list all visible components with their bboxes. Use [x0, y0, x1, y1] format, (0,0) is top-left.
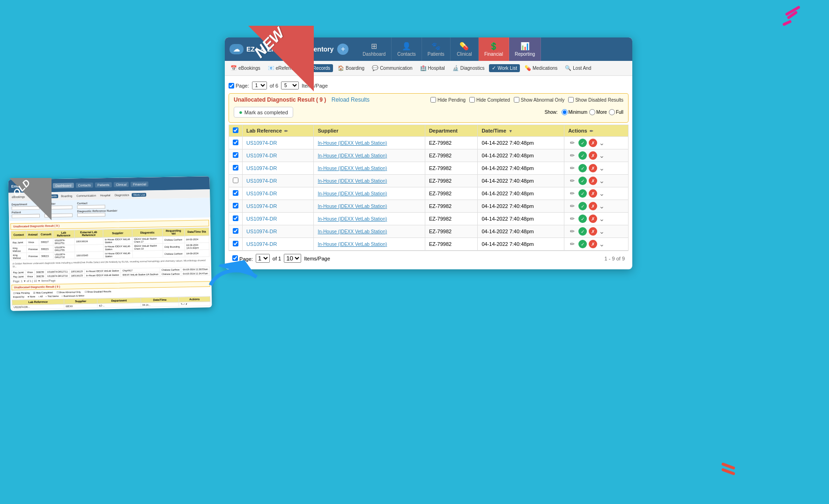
row-checkbox-6[interactable] — [233, 203, 238, 208]
approve-icon-1[interactable]: ✓ — [578, 139, 587, 147]
expand-icon-5[interactable]: ⌄ — [599, 190, 605, 197]
lab-ref-link-9[interactable]: US10974-DR — [246, 241, 277, 247]
hide-pending-checkbox[interactable] — [430, 97, 436, 103]
edit-icon-4[interactable]: ✏ — [568, 177, 577, 185]
approve-icon-3[interactable]: ✓ — [578, 164, 587, 172]
show-disabled-label[interactable]: Show Disabled Results — [568, 97, 623, 103]
select-all-checkbox[interactable] — [233, 127, 238, 133]
approve-icon-9[interactable]: ✓ — [578, 240, 587, 248]
lab-ref-link-5[interactable]: US10974-DR — [246, 191, 277, 196]
edit-icon-2[interactable]: ✏ — [568, 151, 577, 160]
show-abnormal-checkbox[interactable] — [514, 97, 519, 103]
lab-ref-link-2[interactable]: US10974-DR — [246, 153, 277, 158]
nav-tab-contacts[interactable]: 👤 Contacts — [392, 37, 422, 61]
sec-nav-medications[interactable]: 💊 Medications — [522, 64, 560, 72]
sec-nav-boarding[interactable]: 🏠 Boarding — [335, 64, 367, 72]
reload-results-btn[interactable]: Reload Results — [332, 96, 370, 103]
nav-tab-financial[interactable]: 💲 Financial — [479, 37, 509, 61]
nav-tab-clinical[interactable]: 💊 Clinical — [451, 37, 479, 61]
show-more-radio[interactable] — [589, 109, 595, 115]
approve-icon-4[interactable]: ✓ — [578, 177, 587, 185]
col-header-department[interactable]: Department — [425, 125, 478, 137]
expand-icon-8[interactable]: ⌄ — [599, 228, 605, 235]
col-header-lab-reference[interactable]: Lab Reference ✏ — [243, 125, 314, 137]
edit-icon-9[interactable]: ✏ — [568, 240, 577, 248]
edit-icon-1[interactable]: ✏ — [568, 139, 577, 147]
show-disabled-checkbox[interactable] — [568, 97, 574, 103]
page-select-all[interactable] — [229, 83, 234, 89]
reject-icon-3[interactable]: ✗ — [589, 164, 597, 172]
row-checkbox-8[interactable] — [233, 228, 238, 234]
hide-completed-label[interactable]: Hide Completed — [469, 97, 510, 103]
edit-icon-5[interactable]: ✏ — [568, 189, 577, 198]
show-more-label[interactable]: More — [589, 109, 607, 115]
approve-icon-8[interactable]: ✓ — [578, 227, 587, 236]
sec-nav-diagnostics[interactable]: 🔬 Diagnostics — [450, 64, 488, 72]
expand-icon-1[interactable]: ⌄ — [599, 139, 605, 147]
row-checkbox-4[interactable] — [233, 178, 238, 183]
reject-icon-8[interactable]: ✗ — [589, 227, 597, 236]
lab-ref-link-3[interactable]: US10974-DR — [246, 165, 277, 171]
nav-tab-reporting[interactable]: 📊 Reporting — [509, 37, 541, 61]
show-full-label[interactable]: Full — [609, 109, 623, 115]
expand-icon-3[interactable]: ⌄ — [599, 164, 605, 172]
expand-icon-6[interactable]: ⌄ — [599, 202, 605, 210]
reject-icon-2[interactable]: ✗ — [589, 151, 597, 160]
show-minimum-radio[interactable] — [562, 109, 568, 115]
supplier-link-5[interactable]: In-House (IDEXX VetLab Station) — [318, 191, 387, 196]
show-abnormal-label[interactable]: Show Abnormal Only — [514, 97, 564, 103]
approve-icon-6[interactable]: ✓ — [578, 202, 587, 210]
reject-icon-1[interactable]: ✗ — [589, 139, 597, 147]
approve-icon-7[interactable]: ✓ — [578, 215, 587, 223]
reject-icon-6[interactable]: ✗ — [589, 202, 597, 210]
row-checkbox-1[interactable] — [233, 140, 238, 145]
row-checkbox-2[interactable] — [233, 152, 238, 158]
row-checkbox-5[interactable] — [233, 190, 238, 196]
reject-icon-5[interactable]: ✗ — [589, 189, 597, 198]
lab-ref-link-8[interactable]: US10974-DR — [246, 229, 277, 234]
hide-pending-label[interactable]: Hide Pending — [430, 97, 466, 103]
lab-ref-link-4[interactable]: US10974-DR — [246, 178, 277, 184]
approve-icon-2[interactable]: ✓ — [578, 151, 587, 160]
row-checkbox-3[interactable] — [233, 165, 238, 170]
supplier-link-9[interactable]: In-House (IDEXX VetLab Station) — [318, 242, 387, 247]
sec-nav-worklist[interactable]: ✓ Work List — [489, 64, 520, 72]
lab-ref-link-6[interactable]: US10974-DR — [246, 203, 277, 209]
edit-icon-3[interactable]: ✏ — [568, 164, 577, 172]
supplier-link-7[interactable]: In-House (IDEXX VetLab Station) — [318, 216, 387, 222]
expand-icon-2[interactable]: ⌄ — [599, 152, 605, 159]
edit-icon-8[interactable]: ✏ — [568, 227, 577, 236]
edit-icon-7[interactable]: ✏ — [568, 215, 577, 223]
sec-nav-communication[interactable]: 💬 Communication — [369, 64, 415, 72]
nav-tab-dashboard[interactable]: ⊞ Dashboard — [357, 37, 392, 61]
reject-icon-7[interactable]: ✗ — [589, 215, 597, 223]
expand-icon-7[interactable]: ⌄ — [599, 215, 605, 222]
supplier-link-4[interactable]: In-House (IDEXX VetLab Station) — [318, 178, 387, 184]
sec-nav-hospital[interactable]: 🏥 Hospital — [417, 64, 448, 72]
supplier-link-3[interactable]: In-House (IDEXX VetLab Station) — [318, 166, 387, 171]
hide-completed-checkbox[interactable] — [469, 97, 475, 103]
supplier-link-8[interactable]: In-House (IDEXX VetLab Station) — [318, 229, 387, 234]
reject-icon-4[interactable]: ✗ — [589, 177, 597, 185]
edit-icon-6[interactable]: ✏ — [568, 202, 577, 210]
row-checkbox-9[interactable] — [233, 241, 238, 246]
show-minimum-label[interactable]: Minimum — [562, 109, 588, 115]
expand-icon-4[interactable]: ⌄ — [599, 177, 605, 185]
approve-icon-5[interactable]: ✓ — [578, 189, 587, 198]
lab-ref-link-7[interactable]: US10974-DR — [246, 216, 277, 222]
col-header-datetime[interactable]: Date/Time ▼ — [478, 125, 564, 137]
sec-nav-lostand[interactable]: 🔍 Lost And — [562, 64, 594, 72]
page-checkbox-label[interactable]: Page: — [229, 83, 249, 89]
bottom-select-checkbox[interactable] — [232, 255, 238, 261]
add-button[interactable]: + — [337, 44, 348, 55]
bottom-items-per-page[interactable]: 102050 — [284, 254, 301, 263]
lab-ref-link-1[interactable]: US10974-DR — [246, 140, 277, 146]
mark-completed-button[interactable]: ● Mark as completed — [234, 107, 293, 118]
reject-icon-9[interactable]: ✗ — [589, 240, 597, 248]
nav-tab-patients[interactable]: 🐾 Patients — [422, 37, 451, 61]
expand-icon-9[interactable]: ⌄ — [599, 240, 605, 248]
supplier-link-1[interactable]: In-House (IDEXX VetLab Station) — [318, 141, 387, 146]
show-full-radio[interactable] — [609, 109, 615, 115]
col-header-supplier[interactable]: Supplier — [314, 125, 425, 137]
supplier-link-2[interactable]: In-House (IDEXX VetLab Station) — [318, 153, 387, 158]
